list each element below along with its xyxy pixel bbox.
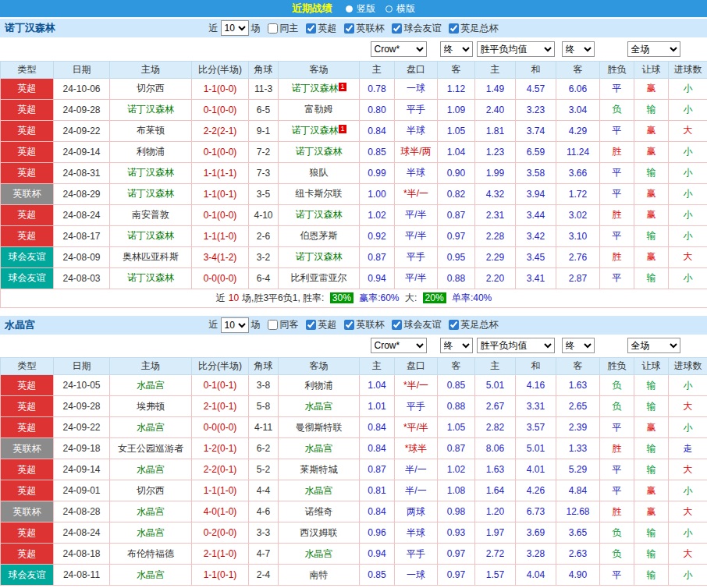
- avg-lose-cell: 5.29: [556, 459, 600, 480]
- avg-lose-cell: 2.87: [556, 267, 600, 289]
- avg-stage-select[interactable]: 终: [562, 338, 595, 353]
- checkbox-epl[interactable]: [306, 23, 316, 34]
- layout-radio-vertical-icon[interactable]: [346, 5, 353, 12]
- checkbox-epl[interactable]: [306, 320, 316, 330]
- checkbox-fa-cup[interactable]: [449, 320, 459, 330]
- handicap-cell: 平手: [395, 246, 438, 267]
- league-badge: 英超: [1, 204, 54, 225]
- checkbox-fa-cup-label: 英足总杯: [461, 318, 499, 331]
- match-date: 24-08-24: [54, 204, 110, 225]
- odds-home-cell: 0.81: [360, 480, 395, 501]
- odds-away-cell: 0.88: [438, 267, 475, 289]
- match-date: 24-08-09: [54, 246, 110, 267]
- match-row: 英联杯24-08-29诺丁汉森林1-1(0-1)3-5纽卡斯尔联1.00*半/一…: [1, 183, 707, 204]
- avg-win-cell: 5.01: [475, 375, 516, 396]
- red-card-badge: 1: [339, 125, 346, 133]
- checkbox-league-cup-label: 英联杯: [357, 318, 385, 331]
- avg-win-cell: 4.32: [475, 183, 516, 204]
- games-label: 场: [251, 318, 261, 331]
- col-result: 胜负: [600, 358, 634, 375]
- match-date: 24-10-06: [54, 78, 110, 99]
- odds-home-cell: 0.92: [360, 225, 395, 246]
- corner-cell: 6-4: [249, 267, 279, 289]
- score-cell: 0-0(0-0): [192, 267, 249, 289]
- layout-option-horizontal[interactable]: 横版: [396, 2, 415, 16]
- col-type: 类型: [1, 358, 54, 375]
- team-name: 比利亚雷亚尔: [291, 272, 347, 283]
- match-row: 英超24-08-18布伦特福德2-1(1-0)4-7水晶宫0.94平手0.972…: [1, 544, 707, 565]
- summary-prefix: 近: [216, 292, 226, 303]
- recent-count-select[interactable]: 10: [221, 20, 249, 36]
- team-name: 切尔西: [137, 83, 165, 94]
- col-result: 胜负: [600, 61, 634, 78]
- checkbox-league-cup[interactable]: [344, 320, 354, 330]
- col-cover: 让球: [634, 358, 669, 375]
- away-team-cell: 西汉姆联: [279, 522, 360, 544]
- team-name: 诺丁汉森林: [127, 167, 174, 178]
- home-team-cell: 切尔西: [110, 480, 192, 501]
- team-name: 水晶宫: [137, 506, 165, 517]
- odds-home-cell: 0.99: [360, 162, 395, 183]
- away-team-cell: 富勒姆: [279, 99, 360, 120]
- odds-company-select[interactable]: Crow*: [371, 338, 427, 353]
- checkbox-league-cup[interactable]: [344, 23, 354, 34]
- col-odds-home: 主: [360, 61, 395, 78]
- avg-type-select[interactable]: 胜平负均值: [477, 338, 555, 353]
- dropdown-row: Crow* 终 胜平负均值 终 全场: [1, 335, 707, 358]
- home-team-cell: 布莱顿: [110, 120, 192, 141]
- odds-home-cell: 0.84: [360, 501, 395, 522]
- score-cell: 1-1(0-0): [192, 78, 249, 99]
- recent-label: 近: [209, 318, 218, 331]
- same-home-checkbox[interactable]: [268, 23, 278, 34]
- odds-home-cell: 0.85: [360, 141, 395, 162]
- match-date: 24-09-18: [54, 438, 110, 459]
- odds-away-cell: 0.97: [438, 565, 475, 586]
- goals-result-cell: 大: [669, 544, 707, 565]
- result-cell: 胜: [600, 141, 634, 162]
- layout-radio-horizontal-icon[interactable]: [385, 5, 393, 12]
- team-name: 水晶宫: [305, 548, 333, 559]
- league-badge: 球会友谊: [1, 565, 54, 586]
- match-date: 24-09-28: [54, 396, 110, 417]
- match-row: 英超24-09-28埃弗顿2-1(0-1)5-8水晶宫1.01平手0.882.6…: [1, 396, 707, 417]
- col-away: 客场: [279, 61, 360, 78]
- col-avg-draw: 和: [516, 61, 556, 78]
- result-cell: 平: [600, 162, 634, 183]
- red-card-badge: 1: [339, 83, 346, 91]
- recent-count-select[interactable]: 10: [221, 317, 249, 333]
- checkbox-fa-cup[interactable]: [449, 23, 459, 34]
- avg-win-cell: 2.29: [475, 246, 516, 267]
- away-team-cell: 曼彻斯特联: [279, 417, 360, 438]
- odds-company-select[interactable]: Crow*: [371, 41, 427, 57]
- corner-cell: 6-5: [249, 99, 279, 120]
- league-badge: 英超: [1, 162, 54, 183]
- avg-draw-cell: 3.57: [516, 417, 556, 438]
- team-name: 埃弗顿: [137, 401, 165, 412]
- layout-option-vertical[interactable]: 竖版: [357, 2, 375, 16]
- team-name: 水晶宫: [137, 380, 165, 391]
- team-name: 狼队: [310, 167, 329, 178]
- home-team-cell: 奥林匹亚科斯: [110, 246, 192, 267]
- summary-record: 场,胜3平6负1, 胜率:: [242, 292, 324, 303]
- result-cell: 胜: [600, 204, 634, 225]
- corner-cell: 6-2: [249, 438, 279, 459]
- handicap-cell: 平/半: [395, 225, 438, 246]
- avg-draw-cell: 4.04: [516, 565, 556, 586]
- avg-type-select[interactable]: 胜平负均值: [477, 41, 555, 57]
- avg-stage-select[interactable]: 终: [562, 41, 595, 57]
- odds-stage-select[interactable]: 终: [440, 41, 473, 57]
- top-bar: 近期战绩 竖版 横版: [0, 0, 707, 17]
- corner-cell: 4-6: [249, 501, 279, 522]
- scope-select[interactable]: 全场: [627, 41, 680, 57]
- same-away-checkbox[interactable]: [268, 320, 278, 330]
- odds-stage-select[interactable]: 终: [440, 338, 473, 353]
- checkbox-friendly[interactable]: [392, 320, 402, 330]
- match-date: 24-08-03: [54, 267, 110, 289]
- checkbox-friendly[interactable]: [392, 23, 402, 34]
- result-cell: 胜: [600, 438, 634, 459]
- result-cell: 平: [600, 480, 634, 501]
- scope-select[interactable]: 全场: [627, 338, 680, 353]
- avg-draw-cell: 3.74: [516, 120, 556, 141]
- team-name: 诺丁汉森林: [127, 272, 174, 283]
- match-row: 球会友谊24-08-03诺丁汉森林0-0(0-0)6-4比利亚雷亚尔0.94平/…: [1, 267, 707, 289]
